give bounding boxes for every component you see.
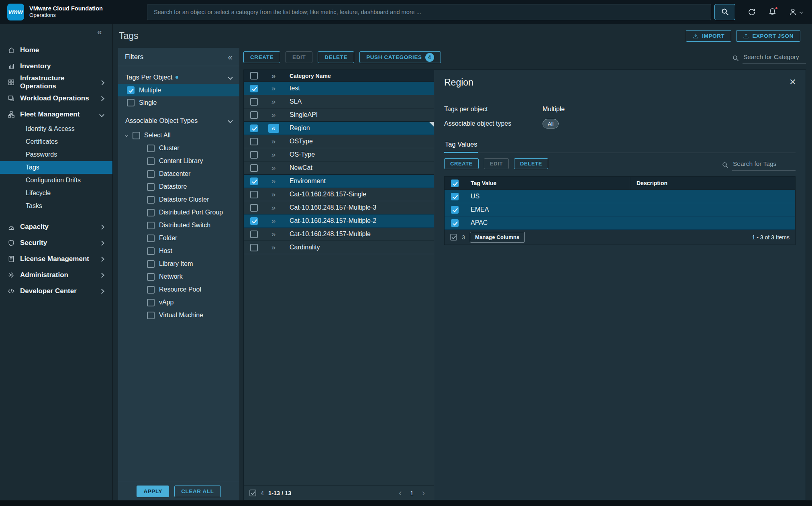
open-detail-icon[interactable] <box>271 110 276 119</box>
open-detail-icon[interactable] <box>271 203 276 212</box>
collapse-sidebar-icon[interactable] <box>97 27 102 37</box>
sidebar-item-tags[interactable]: Tags <box>0 161 112 174</box>
apply-button[interactable]: APPLY <box>137 486 169 497</box>
sidebar-item-configuration-drifts[interactable]: Configuration Drifts <box>0 174 112 187</box>
category-search-input[interactable] <box>743 53 806 64</box>
object-type-checkbox[interactable] <box>147 183 155 191</box>
sidebar-item-workload-operations[interactable]: Workload Operations <box>0 90 112 106</box>
filter-option-multiple[interactable]: Multiple <box>118 84 239 96</box>
sidebar-item-tasks[interactable]: Tasks <box>0 200 112 212</box>
category-row[interactable]: SLA <box>244 95 434 108</box>
tag-value-row[interactable]: APAC <box>445 216 795 230</box>
category-row[interactable]: test <box>244 82 434 95</box>
object-type-checkbox[interactable] <box>147 273 155 281</box>
sidebar-item-infrastructure-operations[interactable]: Infrastructure Operations <box>0 74 112 90</box>
object-type-checkbox[interactable] <box>147 312 155 319</box>
tab-tag-values[interactable]: Tag Values <box>444 141 478 153</box>
manage-columns-button[interactable]: Manage Columns <box>470 232 524 243</box>
close-detail-icon[interactable] <box>790 76 796 88</box>
sidebar-item-inventory[interactable]: Inventory <box>0 58 112 74</box>
object-type-checkbox[interactable] <box>147 260 155 268</box>
sidebar-item-developer-center[interactable]: Developer Center <box>0 283 112 299</box>
sidebar-item-identity-access[interactable]: Identity & Access <box>0 122 112 135</box>
open-detail-icon[interactable] <box>271 230 276 239</box>
object-type-checkbox[interactable] <box>147 235 155 242</box>
object-type-checkbox[interactable] <box>147 196 155 204</box>
sidebar-item-administration[interactable]: Administration <box>0 267 112 283</box>
create-category-button[interactable]: CREATE <box>243 51 280 63</box>
open-detail-icon[interactable] <box>271 84 276 93</box>
category-row-checkbox[interactable] <box>250 138 258 145</box>
tag-search-input[interactable] <box>732 159 796 171</box>
open-detail-icon[interactable] <box>271 97 276 106</box>
sidebar-item-passwords[interactable]: Passwords <box>0 148 112 161</box>
category-row[interactable]: OSType <box>244 135 434 148</box>
filter-option-checkbox[interactable] <box>127 86 135 94</box>
open-detail-icon[interactable] <box>271 163 276 172</box>
user-menu-button[interactable] <box>789 8 802 16</box>
sidebar-item-certificates[interactable]: Certificates <box>0 135 112 148</box>
object-type-datastore[interactable]: Datastore <box>118 180 239 193</box>
select-all-row[interactable]: Select All <box>118 129 239 142</box>
object-type-checkbox[interactable] <box>147 145 155 152</box>
category-row-checkbox[interactable] <box>250 111 258 119</box>
open-detail-icon[interactable] <box>271 177 276 186</box>
sidebar-item-home[interactable]: Home <box>0 42 112 58</box>
filter-option-single[interactable]: Single <box>118 96 239 109</box>
category-row[interactable]: NewCat <box>244 161 434 175</box>
category-row-checkbox[interactable] <box>250 164 258 172</box>
category-row-checkbox[interactable] <box>250 178 258 185</box>
tag-value-row[interactable]: US <box>445 190 795 203</box>
export-json-button[interactable]: EXPORT JSON <box>736 30 800 42</box>
object-type-checkbox[interactable] <box>147 157 155 165</box>
object-type-checkbox[interactable] <box>147 286 155 294</box>
object-type-datastore-cluster[interactable]: Datastore Cluster <box>118 193 239 206</box>
tag-row-checkbox[interactable] <box>451 206 459 214</box>
push-categories-button[interactable]: PUSH CATEGORIES 4 <box>359 51 441 63</box>
clear-all-button[interactable]: CLEAR ALL <box>174 486 220 497</box>
category-row-checkbox[interactable] <box>250 124 258 132</box>
category-row[interactable]: Region <box>244 122 434 135</box>
open-detail-icon[interactable] <box>271 243 276 252</box>
global-search-button[interactable] <box>714 4 735 20</box>
object-type-vapp[interactable]: vApp <box>118 296 239 309</box>
object-type-network[interactable]: Network <box>118 270 239 283</box>
object-type-content-library[interactable]: Content Library <box>118 155 239 167</box>
tag-row-checkbox[interactable] <box>451 219 459 227</box>
category-row[interactable]: Cat-10.160.248.157-Multiple-2 <box>244 214 434 228</box>
open-detail-icon[interactable] <box>271 150 276 159</box>
import-button[interactable]: IMPORT <box>686 30 731 42</box>
open-detail-icon[interactable] <box>271 216 276 225</box>
refresh-button[interactable] <box>747 8 756 16</box>
category-row[interactable]: Cat-10.160.248.157-Single <box>244 188 434 201</box>
sidebar-item-license-management[interactable]: License Management <box>0 251 112 267</box>
filter-option-checkbox[interactable] <box>127 99 135 106</box>
previous-page-button[interactable] <box>399 488 402 498</box>
filter-section-associable-object-types[interactable]: Associable Object Types <box>118 114 239 127</box>
category-row[interactable]: Environment <box>244 175 434 188</box>
category-row-checkbox[interactable] <box>250 98 258 106</box>
category-row-checkbox[interactable] <box>250 191 258 198</box>
category-row[interactable]: Cat-10.160.248.157-Multiple <box>244 228 434 241</box>
object-type-checkbox[interactable] <box>147 299 155 306</box>
object-type-distributed-switch[interactable]: Distributed Switch <box>118 219 239 232</box>
object-type-checkbox[interactable] <box>147 222 155 229</box>
object-type-distributed-port-group[interactable]: Distributed Port Group <box>118 206 239 219</box>
select-all-categories-checkbox[interactable] <box>250 72 258 80</box>
category-row[interactable]: OS-Type <box>244 148 434 161</box>
select-all-tags-checkbox[interactable] <box>451 180 459 187</box>
select-all-checkbox[interactable] <box>133 132 140 139</box>
category-row-checkbox[interactable] <box>250 231 258 238</box>
object-type-checkbox[interactable] <box>147 247 155 255</box>
object-type-host[interactable]: Host <box>118 245 239 257</box>
open-detail-icon[interactable] <box>271 190 276 199</box>
object-type-virtual-machine[interactable]: Virtual Machine <box>118 309 239 322</box>
collapse-filters-icon[interactable] <box>228 52 233 62</box>
category-row-checkbox[interactable] <box>250 244 258 251</box>
sidebar-item-lifecycle[interactable]: Lifecycle <box>0 187 112 200</box>
category-row-checkbox[interactable] <box>250 217 258 225</box>
category-row[interactable]: Cardinality <box>244 241 434 254</box>
object-type-checkbox[interactable] <box>147 209 155 216</box>
collapse-detail-icon[interactable] <box>268 124 279 133</box>
delete-category-button[interactable]: DELETE <box>318 51 354 63</box>
